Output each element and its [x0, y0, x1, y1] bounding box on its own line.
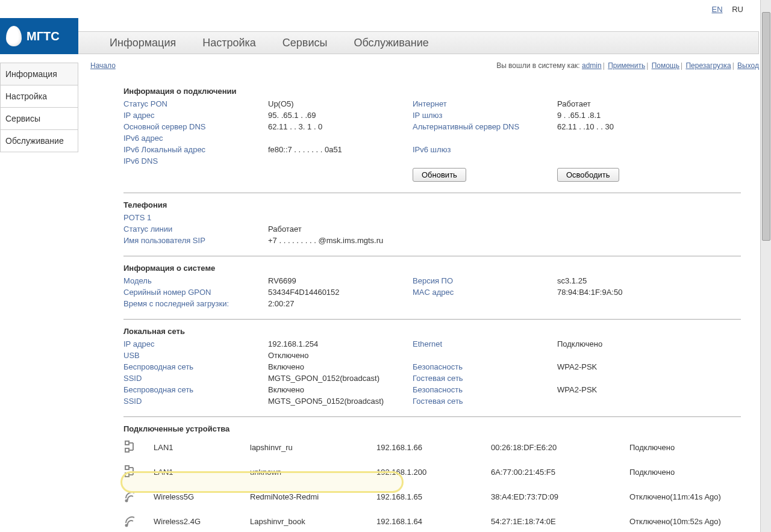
section-lan-title: Локальная сеть	[123, 327, 759, 336]
breadcrumb-home[interactable]: Начало	[90, 61, 116, 70]
device-mac: 54:27:1E:18:74:0E	[491, 517, 629, 526]
device-ip: 192.168.1.64	[376, 517, 491, 526]
device-status: Отключено(11m:41s Ago)	[629, 492, 738, 501]
label-wireless1[interactable]: Беспроводная сеть	[123, 362, 268, 371]
device-ip: 192.168.1.65	[376, 492, 491, 501]
section-devices-title: Подключенные устройства	[123, 424, 759, 433]
topnav-maintenance[interactable]: Обслуживание	[340, 37, 442, 49]
lang-en[interactable]: EN	[712, 5, 723, 14]
section-connection-title: Информация о подключении	[123, 87, 759, 96]
label-ip[interactable]: IP адрес	[123, 111, 268, 120]
devices-table: LAN1lapshinvr_ru192.168.1.6600:26:18:DF:…	[123, 439, 759, 530]
label-serial[interactable]: Серийный номер GPON	[123, 288, 268, 297]
label-mac[interactable]: MAC адрес	[413, 288, 557, 297]
device-iface: Wireless2.4G	[154, 517, 250, 526]
divider	[123, 319, 741, 320]
link-help[interactable]: Помощь	[652, 61, 679, 70]
svg-point-11	[126, 525, 128, 527]
link-apply[interactable]: Применить	[608, 61, 645, 70]
divider	[123, 256, 741, 256]
label-guest1[interactable]: Гостевая сеть	[413, 374, 557, 383]
scrollbar-thumb[interactable]	[762, 12, 770, 241]
top-navigation: Информация Настройка Сервисы Обслуживани…	[78, 31, 759, 54]
divider	[123, 416, 741, 417]
link-logout[interactable]: Выход	[737, 61, 759, 70]
label-security2[interactable]: Безопасность	[413, 385, 557, 394]
label-line-status[interactable]: Статус линии	[123, 224, 268, 234]
value-dns1: 62.11 . . 3. 1 . 0	[268, 122, 413, 131]
logo-icon	[6, 26, 22, 46]
value-line-status: Работает	[268, 224, 413, 234]
topnav-info[interactable]: Информация	[96, 37, 189, 49]
device-mac: 00:26:18:DF:E6:20	[491, 443, 629, 452]
label-pots1[interactable]: POTS 1	[123, 213, 268, 222]
scrollbar[interactable]	[760, 0, 771, 530]
label-usb[interactable]: USB	[123, 351, 268, 360]
label-wireless2[interactable]: Беспроводная сеть	[123, 385, 268, 394]
section-phone-title: Телефония	[123, 200, 759, 209]
value-lan-ip: 192.168.1.254	[268, 339, 413, 348]
device-name: unknown	[250, 468, 376, 477]
topnav-settings[interactable]: Настройка	[189, 37, 269, 49]
label-internet[interactable]: Интернет	[413, 99, 557, 108]
link-reboot[interactable]: Перезагрузка	[685, 61, 731, 70]
value-security2: WPA2-PSK	[557, 385, 702, 394]
value-model: RV6699	[268, 276, 413, 285]
refresh-button[interactable]: Обновить	[413, 168, 466, 182]
device-iface: Wireless5G	[154, 492, 250, 501]
release-button[interactable]: Освободить	[557, 168, 619, 182]
sidenav-info[interactable]: Информация	[0, 63, 78, 85]
label-gateway[interactable]: IP шлюз	[413, 111, 557, 120]
topnav-services[interactable]: Сервисы	[269, 37, 341, 49]
sidenav-maintenance[interactable]: Обслуживание	[0, 130, 78, 152]
device-iface: LAN1	[154, 468, 250, 477]
value-ipv6ll: fe80::7 . . . . . . . 0a51	[268, 145, 413, 154]
label-ethernet[interactable]: Ethernet	[413, 339, 557, 348]
value-ethernet: Подключено	[557, 339, 702, 348]
value-gateway: 9 . .65.1 .8.1	[557, 111, 702, 120]
label-ipv6dns[interactable]: IPv6 DNS	[123, 156, 268, 165]
link-admin[interactable]: admin	[582, 61, 602, 70]
sidenav-services[interactable]: Сервисы	[0, 108, 78, 130]
label-ipv6[interactable]: IPv6 адрес	[123, 134, 268, 143]
label-ipv6ll[interactable]: IPv6 Локальный адрес	[123, 145, 268, 154]
value-ip: 95. .65.1 . .69	[268, 111, 413, 120]
ethernet-icon	[123, 439, 154, 456]
svg-rect-6	[125, 473, 129, 477]
value-internet: Работает	[557, 99, 702, 108]
label-sip-user[interactable]: Имя пользователя SIP	[123, 236, 268, 245]
label-guest2[interactable]: Гостевая сеть	[413, 397, 557, 406]
svg-rect-1	[125, 448, 129, 452]
device-status: Отключено(10m:52s Ago)	[629, 517, 738, 526]
device-name: lapshinvr_ru	[250, 443, 376, 452]
value-wireless2: Включено	[268, 385, 413, 394]
label-security1[interactable]: Безопасность	[413, 362, 557, 371]
wifi-icon	[123, 489, 154, 505]
label-ssid1[interactable]: SSID	[123, 374, 268, 383]
value-sip-user: +7 . . . . . . . . . @msk.ims.mgts.ru	[268, 236, 413, 245]
label-dns1[interactable]: Основной сервер DNS	[123, 122, 268, 131]
svg-point-10	[126, 500, 128, 502]
value-pon-status: Up(O5)	[268, 99, 413, 108]
value-ssid1: MGTS_GPON_0152(broadcast)	[268, 374, 413, 383]
label-ssid2[interactable]: SSID	[123, 397, 268, 406]
device-mac: 38:A4:ED:73:7D:09	[491, 492, 629, 501]
ethernet-icon	[123, 464, 154, 480]
label-model[interactable]: Модель	[123, 276, 268, 285]
label-uptime[interactable]: Время с последней загрузки:	[123, 299, 268, 308]
value-uptime: 2:00:27	[268, 299, 413, 308]
device-status: Подключено	[629, 468, 738, 477]
device-name: RedmiNote3-Redmi	[250, 492, 376, 501]
value-firmware: sc3.1.25	[557, 276, 702, 285]
svg-rect-0	[125, 441, 129, 445]
label-ipv6gw[interactable]: IPv6 шлюз	[413, 145, 557, 154]
label-firmware[interactable]: Версия ПО	[413, 276, 557, 285]
sidenav-settings[interactable]: Настройка	[0, 85, 78, 108]
lang-ru[interactable]: RU	[732, 5, 743, 14]
section-system-title: Информация о системе	[123, 264, 759, 273]
device-ip: 192.168.1.200	[376, 468, 491, 477]
label-lan-ip[interactable]: IP адрес	[123, 339, 268, 348]
label-pon-status[interactable]: Статус PON	[123, 99, 268, 108]
value-mac: 78:94:B4:1F:9A:50	[557, 288, 702, 297]
label-dns2[interactable]: Альтернативный сервер DNS	[413, 122, 557, 131]
